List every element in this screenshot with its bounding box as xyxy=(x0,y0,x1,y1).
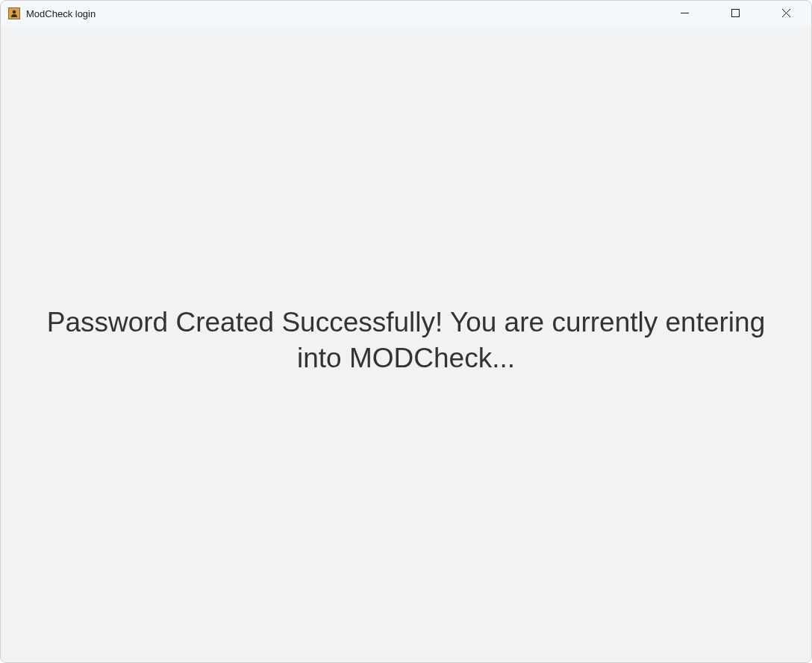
maximize-icon xyxy=(731,8,740,19)
close-button[interactable] xyxy=(761,1,811,26)
minimize-button[interactable] xyxy=(659,1,710,26)
window-title: ModCheck login xyxy=(26,8,96,19)
svg-rect-3 xyxy=(731,9,739,16)
status-message: Password Created Successfully! You are c… xyxy=(23,305,789,376)
app-icon xyxy=(8,7,20,19)
minimize-icon xyxy=(681,8,689,19)
window-controls xyxy=(659,1,811,26)
content-area: Password Created Successfully! You are c… xyxy=(1,26,811,662)
svg-point-1 xyxy=(13,10,16,14)
app-window: ModCheck login xyxy=(0,0,812,663)
close-icon xyxy=(782,8,790,19)
maximize-button[interactable] xyxy=(710,1,761,26)
titlebar: ModCheck login xyxy=(1,1,811,26)
